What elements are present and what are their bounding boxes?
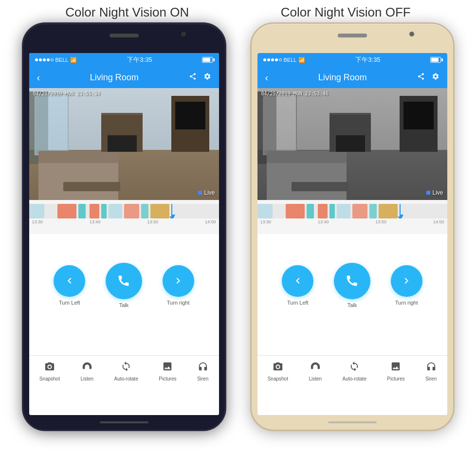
toolbar-snapshot-right[interactable]: Snapshot [268,361,288,381]
rturn-right-button[interactable] [391,265,422,297]
seg-orange-3 [124,204,139,218]
rseg-gold-1 [379,204,398,218]
timeline-labels-right: 13:30 13:40 13:50 14:00 [257,218,447,225]
phone-speaker-left [110,34,139,37]
turn-left-button[interactable] [54,265,85,297]
autorotate-icon-left [121,361,131,375]
camera-feed-right: 04/29/2019 MON 23:53:46 Live [257,88,447,200]
listen-label-right: Listen [309,376,322,381]
window-color [35,94,69,156]
rtalk-button[interactable] [334,263,370,299]
nav-buttons-right: Turn Left Talk Turn righ [257,263,447,308]
turn-right-button[interactable] [163,265,194,297]
window-bw [263,94,297,156]
timeline-right[interactable]: 13:30 13:40 13:50 14:00 [257,200,447,234]
listen-icon-left [82,361,92,375]
rdot4 [275,58,278,61]
battery-icon-right [430,57,441,63]
camera-feed-left: 04/29/2019 MON 23:55:34 Live [29,88,219,200]
autorotate-label-right: Auto-rotate [342,376,366,381]
share-icon-right[interactable] [417,72,425,82]
timeline-track-right [257,204,447,218]
signal-dots-right [263,58,282,61]
sofa-color [38,161,118,200]
rturn-left-button[interactable] [282,265,313,297]
status-time-left: 下午3:35 [127,55,152,64]
bottom-toolbar-right: Snapshot Listen Auto-rotat [257,355,447,387]
rtalk-label: Talk [348,302,357,308]
rtl-label-1: 13:30 [260,219,272,224]
rturn-left-wrapper: Turn Left [282,265,313,306]
phone-screen-right: BELL 📶 下午3:35 ‹ Living Room [257,53,447,415]
settings-icon-left[interactable] [203,72,211,82]
live-badge-left: Live [198,189,215,196]
pictures-label-left: Pictures [159,376,176,381]
status-right-right [430,57,441,63]
share-icon-left[interactable] [189,72,197,82]
sofa-bw [267,161,347,200]
timestamp-right: 04/29/2019 MON 23:53:46 [261,91,329,96]
live-badge-right: Live [426,189,443,196]
tv-screen-bw [403,102,434,130]
siren-label-left: Siren [197,376,208,381]
rseg-lb-2 [337,204,350,218]
status-left-left: BELL 📶 [35,57,77,63]
live-label-left: Live [204,189,215,196]
status-time-right: 下午3:35 [355,55,380,64]
title-left: Color Night Vision ON [65,5,189,20]
live-label-right: Live [432,189,443,196]
pictures-label-right: Pictures [387,376,404,381]
rseg-teal-2 [330,204,335,218]
timeline-cursor-left [171,204,172,218]
timeline-track-left [29,204,219,218]
phone-bottom-left [23,415,225,430]
toolbar-pictures-right[interactable]: Pictures [387,361,404,381]
toolbar-autorotate-left[interactable]: Auto-rotate [114,361,138,381]
titles-row: Color Night Vision ON Color Night Vision… [0,0,476,22]
phone-bottom-right [252,415,453,430]
bottom-toolbar-left: Snapshot Listen Auto-rotat [29,355,219,387]
turn-right-wrapper: Turn right [163,265,194,306]
coffee-table-bw [292,182,348,191]
rtl-label-2: 13:40 [318,219,329,224]
back-button-left[interactable]: ‹ [37,72,40,83]
tl-label-1: 13:30 [32,219,43,224]
app-title-left: Living Room [90,72,139,83]
room-scene-color [29,88,219,200]
toolbar-listen-left[interactable]: Listen [80,361,93,381]
app-bar-left: ‹ Living Room [29,67,219,88]
listen-label-left: Listen [80,376,93,381]
wall-unit-bw [400,96,438,152]
app-icons-left [189,72,211,82]
dot2 [39,58,42,61]
camera-content-color [29,88,219,200]
battery-icon-left [202,57,213,63]
toolbar-autorotate-right[interactable]: Auto-rotate [342,361,366,381]
wifi-icon-right: 📶 [298,57,305,63]
rdot5 [279,58,282,61]
phone-top-right [252,24,453,53]
snapshot-icon-left [44,361,55,375]
app-title-right: Living Room [318,72,367,83]
talk-button[interactable] [106,263,142,299]
phone-top-left [23,24,225,53]
seg-lb-2 [109,204,122,218]
phone-right: BELL 📶 下午3:35 ‹ Living Room [250,22,455,431]
camera-content-bw [257,88,447,200]
toolbar-snapshot-left[interactable]: Snapshot [39,361,60,381]
toolbar-siren-left[interactable]: Siren [197,361,208,381]
toolbar-pictures-left[interactable]: Pictures [159,361,176,381]
settings-icon-right[interactable] [432,72,439,82]
snapshot-label-right: Snapshot [268,376,288,381]
rtl-label-4: 14:00 [433,219,444,224]
fireplace-color [101,113,143,152]
coffee-table-color [63,182,120,191]
rtalk-wrapper: Talk [334,263,370,308]
snapshot-label-left: Snapshot [39,376,60,381]
toolbar-listen-right[interactable]: Listen [309,361,322,381]
turn-left-label: Turn Left [59,300,80,306]
timeline-left[interactable]: 13:30 13:40 13:50 14:00 [29,200,219,234]
toolbar-siren-right[interactable]: Siren [425,361,437,381]
dot1 [35,58,38,61]
back-button-right[interactable]: ‹ [265,72,269,83]
